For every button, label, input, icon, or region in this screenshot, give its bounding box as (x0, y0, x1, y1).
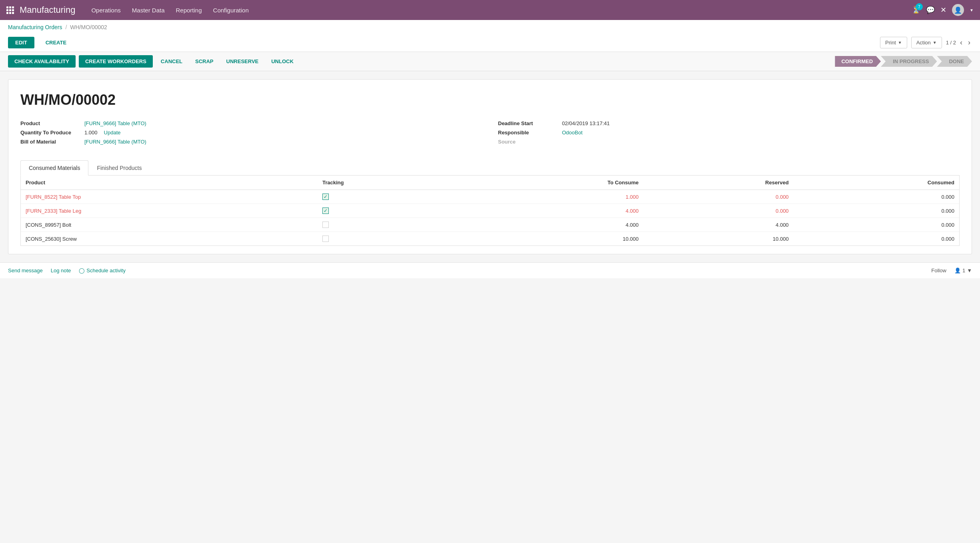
print-label: Print (885, 40, 896, 46)
create-button[interactable]: CREATE (38, 37, 74, 48)
cell-to-consume: 10.000 (458, 232, 643, 246)
cell-tracking[interactable]: ✓ (318, 204, 458, 218)
create-workorders-button[interactable]: CREATE WORKORDERS (79, 55, 153, 68)
table-row: [FURN_8522] Table Top✓1.0000.0000.000 (21, 190, 959, 204)
col-consumed: Consumed (794, 176, 959, 190)
nav-master-data[interactable]: Master Data (132, 7, 165, 14)
app-title: Manufacturing (20, 5, 75, 15)
tab-consumed-materials[interactable]: Consumed Materials (20, 160, 88, 176)
materials-table: Product Tracking To Consume Reserved Con… (21, 176, 959, 246)
chat-icon[interactable]: 💬 (926, 6, 935, 14)
status-pipeline: CONFIRMED IN PROGRESS DONE (835, 56, 972, 67)
qty-row: Quantity To Produce 1.000 Update (20, 130, 482, 136)
bom-value[interactable]: [FURN_9666] Table (MTO) (84, 139, 146, 145)
product-value[interactable]: [FURN_9666] Table (MTO) (84, 120, 146, 126)
col-tracking: Tracking (318, 176, 458, 190)
notification-icon[interactable]: ⏳ 7 (912, 6, 920, 14)
cell-consumed: 0.000 (794, 204, 959, 218)
send-message-link[interactable]: Send message (8, 268, 43, 273)
follow-label: Follow (931, 268, 946, 273)
cell-tracking[interactable] (318, 232, 458, 246)
edit-button[interactable]: EDIT (8, 37, 34, 48)
cell-product: [CONS_25630] Screw (21, 232, 318, 246)
unlock-button[interactable]: UNLOCK (266, 55, 298, 68)
schedule-icon: ◯ (79, 268, 85, 273)
follower-number: 1 (962, 268, 965, 273)
deadline-label: Deadline Start (498, 120, 558, 126)
user-dropdown-icon[interactable]: ▼ (970, 8, 974, 12)
status-step-confirmed[interactable]: CONFIRMED (835, 56, 881, 67)
cell-consumed: 0.000 (794, 218, 959, 232)
unreserve-button[interactable]: UNRESERVE (222, 55, 264, 68)
follower-icon: 👤 (954, 268, 961, 273)
main-content: WH/MO/00002 Product [FURN_9666] Table (M… (0, 71, 980, 262)
notification-badge: 7 (916, 3, 923, 10)
action-label: Action (916, 40, 931, 46)
action-button[interactable]: Action ▼ (911, 37, 942, 48)
nav-operations[interactable]: Operations (91, 7, 120, 14)
bom-row: Bill of Material [FURN_9666] Table (MTO) (20, 139, 482, 145)
cell-consumed: 0.000 (794, 232, 959, 246)
breadcrumb-bar: Manufacturing Orders / WH/MO/00002 EDIT … (0, 20, 980, 52)
action-dropdown-icon: ▼ (933, 40, 937, 45)
follow-button[interactable]: Follow (931, 268, 946, 273)
avatar[interactable]: 👤 (952, 4, 964, 16)
record-title: WH/MO/00002 (20, 92, 960, 108)
cell-consumed: 0.000 (794, 190, 959, 204)
cell-reserved: 0.000 (643, 190, 793, 204)
top-navigation: Manufacturing Operations Master Data Rep… (0, 0, 980, 20)
next-button[interactable]: › (966, 38, 972, 47)
update-button[interactable]: Update (104, 130, 121, 136)
close-icon[interactable]: ✕ (940, 6, 946, 14)
scrap-button[interactable]: SCRAP (190, 55, 218, 68)
cell-product: [CONS_89957] Bolt (21, 218, 318, 232)
cell-to-consume: 1.000 (458, 190, 643, 204)
materials-table-wrap: Product Tracking To Consume Reserved Con… (20, 176, 960, 246)
table-row: [CONS_89957] Bolt4.0004.0000.000 (21, 218, 959, 232)
footer: Send message Log note ◯ Schedule activit… (0, 262, 980, 278)
tabs: Consumed Materials Finished Products (20, 160, 960, 176)
cell-product[interactable]: [FURN_2333] Table Leg (21, 204, 318, 218)
col-to-consume: To Consume (458, 176, 643, 190)
status-step-in-progress[interactable]: IN PROGRESS (881, 56, 937, 67)
schedule-label: Schedule activity (86, 268, 126, 273)
qty-label: Quantity To Produce (20, 130, 80, 136)
breadcrumb-parent[interactable]: Manufacturing Orders (8, 24, 62, 30)
print-dropdown-icon: ▼ (898, 40, 902, 45)
schedule-activity-link[interactable]: ◯ Schedule activity (79, 268, 126, 273)
breadcrumb: Manufacturing Orders / WH/MO/00002 (8, 24, 972, 34)
status-step-done[interactable]: DONE (937, 56, 972, 67)
table-row: [CONS_25630] Screw10.00010.0000.000 (21, 232, 959, 246)
cell-reserved: 10.000 (643, 232, 793, 246)
follower-count: 👤 1 ▼ (954, 268, 972, 273)
source-label: Source (498, 139, 558, 145)
deadline-row: Deadline Start 02/04/2019 13:17:41 (498, 120, 960, 126)
log-note-link[interactable]: Log note (51, 268, 71, 273)
nav-configuration[interactable]: Configuration (213, 7, 249, 14)
nav-right: ⏳ 7 💬 ✕ 👤 ▼ (912, 4, 974, 16)
table-row: [FURN_2333] Table Leg✓4.0000.0000.000 (21, 204, 959, 218)
qty-value: 1.000 (84, 130, 98, 136)
nav-reporting[interactable]: Reporting (176, 7, 202, 14)
cell-tracking[interactable]: ✓ (318, 190, 458, 204)
cancel-button[interactable]: CANCEL (156, 55, 187, 68)
print-button[interactable]: Print ▼ (880, 37, 907, 48)
bom-label: Bill of Material (20, 139, 80, 145)
responsible-label: Responsible (498, 130, 558, 136)
action-bar: EDIT CREATE Print ▼ Action ▼ 1 / 2 ‹ › (8, 34, 972, 52)
breadcrumb-current: WH/MO/00002 (70, 24, 107, 30)
responsible-value[interactable]: OdooBot (562, 130, 582, 136)
product-label: Product (20, 120, 80, 126)
cell-product[interactable]: [FURN_8522] Table Top (21, 190, 318, 204)
tab-finished-products[interactable]: Finished Products (88, 160, 150, 176)
pagination-text: 1 / 2 (946, 40, 956, 46)
follower-dropdown-icon[interactable]: ▼ (967, 268, 972, 273)
responsible-row: Responsible OdooBot (498, 130, 960, 136)
cell-reserved: 0.000 (643, 204, 793, 218)
prev-button[interactable]: ‹ (958, 38, 964, 47)
check-availability-button[interactable]: CHECK AVAILABILITY (8, 55, 76, 68)
pagination: 1 / 2 ‹ › (946, 38, 972, 47)
apps-icon[interactable] (6, 6, 14, 14)
cell-tracking[interactable] (318, 218, 458, 232)
status-bar: CHECK AVAILABILITY CREATE WORKORDERS CAN… (0, 52, 980, 71)
